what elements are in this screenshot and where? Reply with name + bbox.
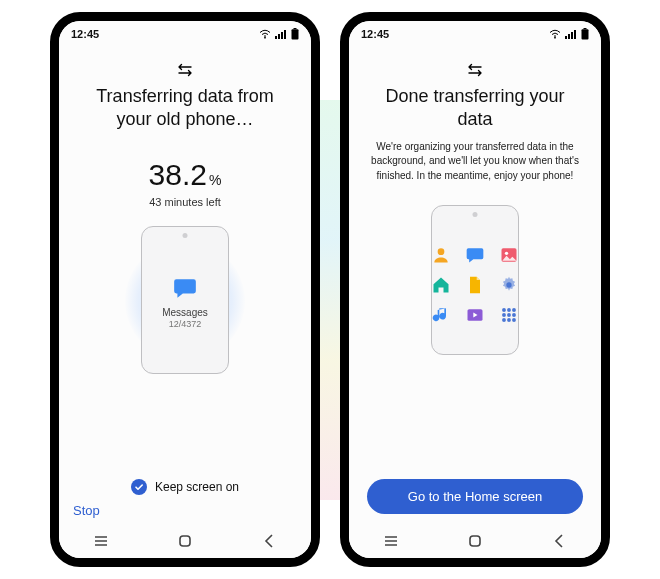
phone-frame-done: 12:45 Done transferring your data We're …	[340, 12, 610, 567]
go-home-button[interactable]: Go to the Home screen	[367, 479, 583, 514]
svg-rect-5	[294, 28, 297, 29]
transfer-graphic: Messages 12/4372	[125, 226, 245, 376]
page-subtext: We're organizing your transferred data i…	[371, 140, 579, 184]
status-indicators	[549, 28, 589, 40]
home-icon	[431, 275, 451, 295]
svg-rect-13	[584, 28, 587, 29]
contacts-icon	[431, 245, 451, 265]
wifi-icon	[549, 29, 561, 39]
nav-home-icon[interactable]	[466, 532, 484, 550]
messages-icon	[465, 245, 485, 265]
checkmark-icon	[131, 479, 147, 495]
svg-point-23	[502, 313, 506, 317]
nav-home-icon[interactable]	[176, 532, 194, 550]
svg-rect-3	[281, 32, 283, 39]
svg-rect-10	[568, 34, 570, 39]
settings-icon	[499, 275, 519, 295]
svg-rect-9	[565, 36, 567, 39]
svg-point-22	[512, 308, 516, 312]
nav-back-icon[interactable]	[260, 532, 278, 550]
page-title: Transferring data from your old phone…	[77, 85, 293, 132]
svg-point-8	[554, 37, 556, 39]
done-graphic	[415, 205, 535, 355]
current-item-count: 12/4372	[169, 319, 202, 329]
svg-point-21	[507, 308, 511, 312]
transfer-icon	[349, 63, 601, 77]
battery-icon	[291, 28, 299, 40]
svg-point-0	[264, 37, 266, 39]
svg-rect-29	[470, 536, 480, 546]
status-time: 12:45	[361, 28, 389, 40]
signal-icon	[565, 29, 577, 39]
music-icon	[431, 305, 451, 325]
mini-phone: Messages 12/4372	[141, 226, 229, 374]
svg-rect-7	[180, 536, 190, 546]
svg-point-28	[512, 318, 516, 322]
transfer-icon	[59, 63, 311, 77]
status-time: 12:45	[71, 28, 99, 40]
svg-point-26	[502, 318, 506, 322]
nav-recents-icon[interactable]	[382, 532, 400, 550]
status-bar: 12:45	[349, 21, 601, 45]
svg-rect-14	[582, 29, 589, 39]
battery-icon	[581, 28, 589, 40]
keep-screen-on-label: Keep screen on	[155, 480, 239, 494]
svg-point-27	[507, 318, 511, 322]
svg-rect-4	[284, 30, 286, 39]
svg-rect-1	[275, 36, 277, 39]
svg-rect-6	[292, 29, 299, 39]
signal-icon	[275, 29, 287, 39]
files-icon	[465, 275, 485, 295]
progress-eta: 43 minutes left	[59, 196, 311, 208]
svg-rect-12	[574, 30, 576, 39]
nav-recents-icon[interactable]	[92, 532, 110, 550]
video-icon	[465, 305, 485, 325]
mini-phone	[431, 205, 519, 355]
keep-screen-on-toggle[interactable]: Keep screen on	[59, 479, 311, 495]
svg-point-20	[502, 308, 506, 312]
svg-point-17	[505, 252, 508, 255]
gallery-icon	[499, 245, 519, 265]
phone-frame-transferring: 12:45 Transferring data from your old ph…	[50, 12, 320, 567]
system-nav-bar	[59, 524, 311, 558]
progress-value: 38.2	[149, 158, 207, 191]
progress-percent: 38.2%	[59, 158, 311, 192]
stop-button[interactable]: Stop	[73, 503, 100, 518]
svg-rect-11	[571, 32, 573, 39]
svg-point-24	[507, 313, 511, 317]
svg-point-25	[512, 313, 516, 317]
nav-back-icon[interactable]	[550, 532, 568, 550]
svg-rect-2	[278, 34, 280, 39]
svg-point-15	[438, 249, 445, 256]
page-title: Done transferring your data	[367, 85, 583, 132]
system-nav-bar	[349, 524, 601, 558]
progress-unit: %	[209, 172, 221, 188]
message-icon	[172, 275, 198, 301]
status-indicators	[259, 28, 299, 40]
app-grid	[438, 224, 512, 346]
status-bar: 12:45	[59, 21, 311, 45]
current-item-label: Messages	[162, 307, 208, 318]
wifi-icon	[259, 29, 271, 39]
apps-icon	[499, 305, 519, 325]
